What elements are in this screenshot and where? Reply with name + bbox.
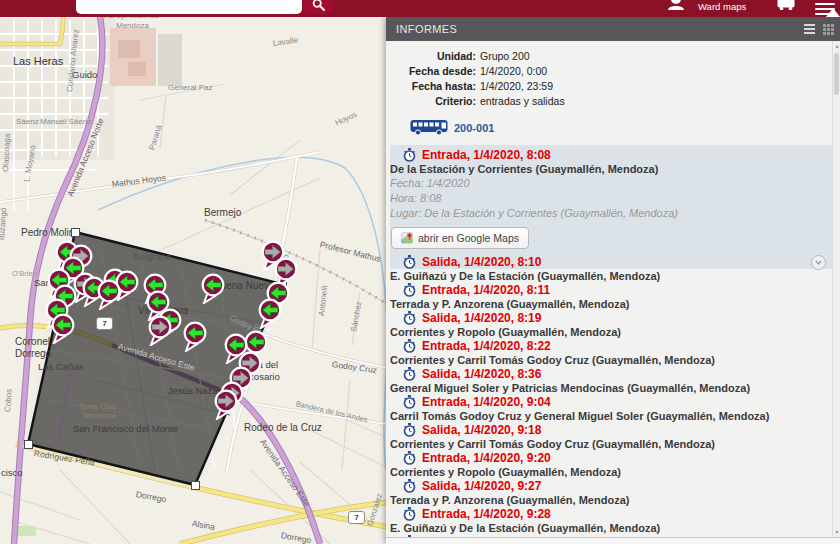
industrial-area [158, 34, 182, 86]
event-item: Entrada, 1/4/2020, 9:04 Carril Tomás God… [390, 395, 832, 423]
event-item: Salida, 1/4/2020, 8:19 Corrientes y Ropo… [390, 311, 832, 339]
informes-panel: INFORMES Unidad: Grupo 200 Fecha desde: … [386, 17, 840, 544]
event-location: E. Guiñazú y De la Estación (Guaymallén,… [390, 270, 832, 283]
summary-value: 1/4/2020, 23:59 [480, 79, 553, 94]
vehicle-event-marker[interactable] [257, 297, 283, 333]
event-time-row[interactable]: Entrada, 1/4/2020, 9:04 [390, 395, 832, 409]
stopwatch-icon [403, 367, 416, 381]
event-time-row[interactable]: Entrada, 1/4/2020, 8:08 [390, 148, 832, 162]
grid-view-icon[interactable] [823, 24, 834, 35]
vehicle-event-marker[interactable] [182, 320, 208, 356]
event-time-row[interactable]: Salida, 1/4/2020, 8:36 [390, 367, 832, 381]
stopwatch-icon [403, 507, 416, 521]
summary-value: Grupo 200 [480, 49, 530, 64]
stopwatch-icon [403, 395, 416, 409]
events-list: Entrada, 1/4/2020, 8:08 De la Estación y… [390, 145, 832, 537]
stopwatch-icon [403, 451, 416, 465]
map-label: Sáenz [16, 118, 39, 126]
event-location: Corrientes y Carril Tomás Godoy Cruz (Gu… [390, 354, 832, 367]
summary-label: Fecha hasta: [390, 79, 476, 94]
app-window: DorregoLas HerasGuidoGeneral PazSáenzMan… [0, 0, 840, 544]
map-label: Cobos [4, 389, 14, 413]
map-label: cisco [1, 468, 23, 478]
direction-arrow-icon [147, 314, 173, 346]
map-label: San Francisco del Monte [73, 424, 178, 434]
event-time-row[interactable]: Salida, 1/4/2020, 9:18 [390, 423, 832, 437]
event-location: General Miguel Soler y Patricias Mendoci… [390, 382, 832, 395]
event-time-row[interactable]: Entrada, 1/4/2020, 9:20 [390, 451, 832, 465]
zone-vertex-handle[interactable] [71, 228, 80, 237]
event-item: Salida, 1/4/2020, 9:27 Terrada y P. Anzo… [390, 479, 832, 507]
event-detail-hora: Hora: 8:08 [390, 191, 832, 206]
event-time-label: Entrada, 1/4/2020, 8:08 [422, 148, 551, 162]
google-maps-icon [401, 232, 413, 244]
map-label: Aerop. Inter. de [104, 17, 159, 20]
map-label: Mendoza [83, 412, 116, 420]
event-time-row[interactable]: Salida, 1/4/2020, 8:10 [390, 255, 832, 269]
direction-arrow-icon [182, 320, 208, 352]
event-item: Salida, 1/4/2020, 8:36 General Miguel So… [390, 367, 832, 395]
map-label: Las Cañas [38, 362, 83, 372]
direction-arrow-icon [96, 278, 122, 310]
map-label: Belgrano [133, 252, 171, 262]
event-time-label: Salida, 1/4/2020, 9:18 [422, 423, 541, 437]
summary-label: Fecha desde: [390, 64, 476, 79]
summary-row: Unidad: Grupo 200 [390, 49, 832, 64]
zone-vertex-handle[interactable] [191, 481, 200, 490]
summary-value: 1/4/2020, 0:00 [480, 64, 547, 79]
event-location: Corrientes y Ropolo (Guaymallén, Mendoza… [390, 326, 832, 339]
bus-icon-header[interactable] [777, 0, 795, 10]
vehicle-event-marker[interactable] [213, 388, 239, 424]
search-button[interactable] [304, 0, 332, 14]
horizontal-scrollbar[interactable] [386, 537, 840, 544]
event-item: Entrada, 1/4/2020, 8:22 Corrientes y Car… [390, 339, 832, 367]
event-time-row[interactable]: Entrada, 1/4/2020, 9:28 [390, 507, 832, 521]
scrollbar-thumb[interactable] [834, 53, 839, 95]
event-item: Salida, 1/4/2020, 9:18 Corrientes y Carr… [390, 423, 832, 451]
scroll-up-icon[interactable]: ▲ [833, 43, 840, 49]
map-label: Rodeo de la Cruz [244, 423, 322, 433]
zone-vertex-handle[interactable] [24, 440, 33, 449]
direction-arrow-icon [50, 312, 76, 344]
direction-arrow-icon [213, 388, 239, 420]
event-time-row[interactable]: Entrada, 1/4/2020, 8:22 [390, 339, 832, 353]
direction-arrow-icon [200, 272, 226, 304]
stopwatch-icon [403, 148, 416, 162]
list-view-icon[interactable] [804, 22, 815, 35]
top-header-bar: Ward maps [0, 0, 840, 17]
collapse-chevron-icon[interactable] [811, 255, 826, 270]
vehicle-row[interactable]: 200-001 [410, 119, 832, 136]
vertical-scrollbar[interactable]: ▲ ▼ [832, 41, 840, 537]
user-label[interactable]: Ward maps [698, 1, 746, 12]
map-label: Tenis Club [79, 403, 116, 411]
event-item: Entrada, 1/4/2020, 8:11 Terrada y P. Anz… [390, 283, 832, 311]
event-location: Terrada y P. Anzorena (Guaymallén, Mendo… [390, 298, 832, 311]
vehicle-event-marker[interactable] [50, 312, 76, 348]
scroll-down-icon[interactable]: ▼ [833, 529, 840, 535]
search-icon [312, 0, 325, 11]
open-google-maps-button[interactable]: abrir en Google Maps [391, 227, 529, 249]
event-time-label: Salida, 1/4/2020, 8:36 [422, 367, 541, 381]
map-label: Dorrego [15, 349, 51, 359]
event-detail-lugar: Lugar: De la Estación y Corrientes (Guay… [390, 206, 832, 221]
event-expanded: Entrada, 1/4/2020, 8:08 De la Estación y… [390, 145, 832, 255]
stopwatch-icon [403, 423, 416, 437]
informes-content[interactable]: Unidad: Grupo 200 Fecha desde: 1/4/2020,… [386, 41, 832, 537]
map-label: Mendoza [116, 22, 149, 30]
stopwatch-icon [403, 479, 416, 493]
event-time-label: Entrada, 1/4/2020, 9:04 [422, 395, 551, 409]
vehicle-id-link[interactable]: 200-001 [454, 122, 494, 134]
vehicle-event-marker[interactable] [147, 314, 173, 350]
vehicle-event-marker[interactable] [96, 278, 122, 314]
summary-row: Fecha hasta: 1/4/2020, 23:59 [390, 79, 832, 94]
vehicle-event-marker[interactable] [200, 272, 226, 308]
panel-title: INFORMES [396, 23, 457, 35]
event-item: Entrada, 1/4/2020, 9:28 E. Guiñazú y De … [390, 507, 832, 535]
event-time-row[interactable]: Salida, 1/4/2020, 8:19 [390, 311, 832, 325]
summary-row: Criterio: entradas y salidas [390, 94, 832, 109]
event-time-row[interactable]: Entrada, 1/4/2020, 8:11 [390, 283, 832, 297]
map-label: Las Heras [13, 56, 63, 67]
user-icon[interactable] [666, 0, 686, 10]
search-input[interactable] [76, 0, 302, 14]
event-time-row[interactable]: Salida, 1/4/2020, 9:27 [390, 479, 832, 493]
